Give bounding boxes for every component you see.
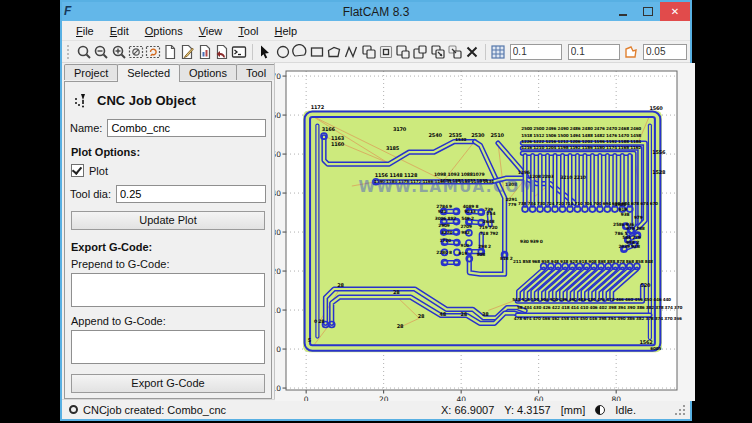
- menu-tool[interactable]: Tool: [230, 23, 266, 39]
- svg-text:1556: 1556: [652, 149, 666, 155]
- svg-text:50: 50: [275, 150, 281, 159]
- menu-file[interactable]: File: [68, 23, 102, 39]
- open-file-icon: [179, 44, 195, 60]
- append-textarea[interactable]: [71, 330, 265, 364]
- svg-text:1528: 1528: [652, 169, 666, 175]
- polygon-icon: [326, 44, 342, 60]
- svg-text:1172: 1172: [311, 104, 325, 110]
- menu-view[interactable]: View: [191, 23, 231, 39]
- menu-help[interactable]: Help: [266, 23, 305, 39]
- main-area: ProjectSelectedOptionsTool CNC Job Objec…: [62, 63, 690, 399]
- svg-text:1196: 1196: [518, 170, 530, 175]
- copy-objects-button[interactable]: [429, 43, 446, 61]
- draw-polygon-button[interactable]: [326, 43, 343, 61]
- menu-options[interactable]: Options: [137, 23, 191, 39]
- zoom-fit-button[interactable]: [75, 43, 92, 61]
- svg-text:818 2: 818 2: [500, 256, 513, 261]
- name-label: Name:: [70, 122, 102, 134]
- svg-text:6005: 6005: [650, 346, 661, 351]
- export-gcode-button[interactable]: Export G-Code: [71, 374, 265, 393]
- import-gerber-button[interactable]: [213, 43, 230, 61]
- units-label: [mm]: [561, 404, 585, 416]
- draw-arc-button[interactable]: [291, 43, 308, 61]
- svg-text:0: 0: [276, 345, 281, 354]
- union-button[interactable]: [360, 43, 377, 61]
- zoom-in-icon: [111, 44, 127, 60]
- svg-text:2500 2500 2496 2490 2486 2480: 2500 2500 2496 2490 2486 2480 2476 2470 …: [521, 126, 641, 131]
- select-tool-button[interactable]: [257, 43, 274, 61]
- prepend-textarea[interactable]: [71, 273, 265, 307]
- save-project-button[interactable]: [196, 43, 213, 61]
- svg-text:30: 30: [275, 228, 281, 237]
- svg-text:549 2: 549 2: [461, 216, 474, 221]
- name-input[interactable]: [107, 119, 266, 137]
- tool-dia-label: Tool dia:: [70, 188, 111, 200]
- app-state: Idle.: [615, 404, 636, 416]
- replot-icon: [145, 44, 161, 60]
- svg-text:2530: 2530: [471, 132, 485, 138]
- tab-selected[interactable]: Selected: [117, 64, 180, 82]
- append-label: Append to G-Code:: [71, 315, 266, 327]
- cursor-y: Y: 4.3157: [504, 404, 551, 416]
- plot-checkbox[interactable]: [71, 164, 84, 177]
- plot-checkbox-row[interactable]: Plot: [71, 164, 266, 177]
- replot-button[interactable]: [144, 43, 161, 61]
- svg-text:1518 1512 1506 1500 1494 1488: 1518 1512 1506 1500 1494 1488 1482 1476 …: [521, 133, 641, 138]
- plot-area[interactable]: 020406080-100102030405060701172156015626…: [274, 63, 695, 399]
- zoom-out-button[interactable]: [93, 43, 110, 61]
- open-project-button[interactable]: [179, 43, 196, 61]
- svg-text:28: 28: [460, 311, 467, 317]
- grid-x-input[interactable]: [510, 44, 562, 60]
- update-plot-button[interactable]: Update Plot: [71, 211, 265, 230]
- maximize-button[interactable]: [635, 2, 660, 21]
- status-message: CNCjob created: Combo_cnc: [83, 404, 226, 416]
- draw-path-button[interactable]: [343, 43, 360, 61]
- title-bar[interactable]: F FlatCAM 8.3 ✕: [62, 2, 690, 21]
- zoom-in-button[interactable]: [110, 43, 127, 61]
- svg-text:60: 60: [534, 395, 544, 401]
- draw-circle-button[interactable]: [274, 43, 291, 61]
- union-icon: [361, 44, 377, 60]
- tab-project[interactable]: Project: [64, 64, 118, 80]
- grid-snap-toggle[interactable]: [490, 43, 507, 61]
- clear-plot-button[interactable]: [127, 43, 144, 61]
- maximize-icon: [643, 7, 653, 16]
- new-project-button[interactable]: [162, 43, 179, 61]
- move-icon: [447, 44, 463, 60]
- svg-text:779: 779: [508, 202, 516, 207]
- svg-text:921: 921: [438, 209, 447, 214]
- export-gcode-heading: Export G-Code:: [71, 241, 266, 253]
- svg-text:738 734 730 724 720 714 710 70: 738 734 730 724 720 714 710 704 700 694 …: [518, 201, 658, 206]
- clear-plot-icon: [128, 44, 144, 60]
- tab-options[interactable]: Options: [179, 64, 237, 80]
- tab-tool[interactable]: Tool: [236, 64, 276, 80]
- toolbar-grip[interactable]: [67, 45, 72, 59]
- corner-snap-toggle[interactable]: [623, 43, 640, 61]
- tool-dia-input[interactable]: [116, 185, 266, 203]
- cut-path-icon: [412, 44, 428, 60]
- svg-text:979 288: 979 288: [626, 226, 645, 231]
- app-window: F FlatCAM 8.3 ✕ FileEditOptionsViewToolH…: [60, 0, 692, 421]
- move-objects-button[interactable]: [446, 43, 463, 61]
- svg-text:518 514 510 506 500 496 490 48: 518 514 510 506 500 496 490 486 480 476 …: [512, 297, 671, 302]
- svg-text:719 720: 719 720: [479, 225, 498, 230]
- grid-y-input[interactable]: [568, 44, 620, 60]
- snap-max-input[interactable]: [643, 44, 687, 60]
- intersection-button[interactable]: [377, 43, 394, 61]
- svg-text:919: 919: [458, 251, 467, 256]
- shell-button[interactable]: [231, 43, 248, 61]
- draw-rectangle-button[interactable]: [308, 43, 325, 61]
- flatcam-logo-icon: F: [64, 5, 80, 19]
- svg-text:211 858 968 958 948 938 928 91: 211 858 968 958 948 938 928 918 908 898 …: [513, 259, 653, 264]
- minimize-button[interactable]: [610, 2, 635, 21]
- subtract-button[interactable]: [395, 43, 412, 61]
- close-button[interactable]: ✕: [660, 2, 690, 21]
- svg-text:3270: 3270: [441, 230, 453, 235]
- svg-text:0 28: 0 28: [314, 319, 324, 324]
- delete-shape-button[interactable]: [463, 43, 480, 61]
- menu-edit[interactable]: Edit: [102, 23, 137, 39]
- plot-canvas[interactable]: 020406080-100102030405060701172156015626…: [275, 63, 695, 401]
- resize-grip[interactable]: [674, 404, 686, 416]
- cut-path-button[interactable]: [412, 43, 429, 61]
- svg-text:2280 8: 2280 8: [436, 250, 452, 255]
